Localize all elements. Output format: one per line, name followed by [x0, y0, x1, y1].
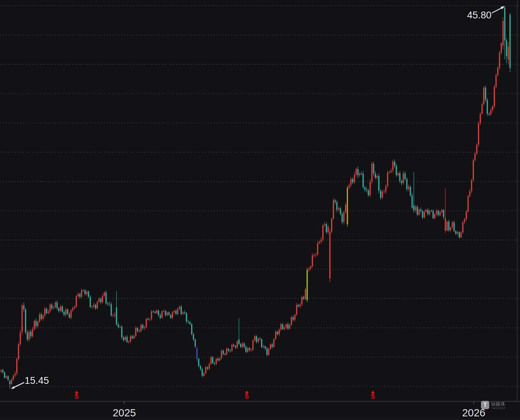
candle[interactable] — [333, 198, 334, 220]
candle-body — [324, 224, 325, 225]
candle-body — [210, 357, 211, 364]
candle[interactable] — [21, 304, 22, 335]
candle[interactable] — [18, 342, 19, 361]
candle-body — [56, 302, 57, 308]
candle[interactable] — [146, 318, 147, 328]
candle-body — [100, 299, 101, 302]
candle-body — [95, 305, 96, 308]
candle[interactable] — [111, 302, 112, 317]
candle-body — [433, 211, 434, 218]
candle[interactable] — [121, 325, 122, 339]
candle-body — [30, 332, 31, 337]
candle-body — [460, 232, 461, 237]
candle-body — [18, 344, 19, 359]
candle[interactable] — [499, 51, 500, 70]
candle[interactable] — [252, 340, 253, 351]
candle[interactable] — [387, 170, 388, 188]
candle[interactable] — [34, 320, 35, 331]
candle[interactable] — [231, 344, 232, 352]
candle-body — [55, 302, 56, 307]
candle[interactable] — [306, 268, 308, 303]
candle-body — [154, 312, 155, 313]
candlestick-chart: 45.80 15.45 2025 2026 SSS T 钛媒体 TMTPOST — [0, 0, 520, 420]
candle[interactable] — [347, 186, 348, 227]
candle[interactable] — [485, 86, 486, 102]
candle-body — [462, 222, 463, 233]
candle-body — [41, 314, 42, 319]
candle-body — [489, 114, 490, 115]
candle[interactable] — [468, 195, 469, 213]
candle-body — [20, 332, 21, 344]
candle[interactable] — [362, 171, 364, 189]
candle[interactable] — [478, 121, 479, 147]
candle-body — [74, 307, 75, 308]
candle[interactable] — [16, 357, 17, 376]
candle[interactable] — [483, 86, 484, 106]
candle[interactable] — [410, 185, 411, 197]
candle[interactable] — [494, 85, 495, 109]
candle[interactable] — [141, 324, 142, 332]
candle-body — [336, 202, 338, 210]
candle[interactable] — [510, 13, 511, 72]
candle[interactable] — [305, 288, 306, 300]
candle[interactable] — [312, 253, 313, 267]
candle-body — [490, 110, 491, 115]
candle-body — [352, 179, 353, 183]
candle[interactable] — [273, 338, 274, 348]
candle-body — [258, 339, 259, 342]
candle[interactable] — [329, 229, 330, 282]
candle-body — [141, 325, 142, 331]
candle[interactable] — [162, 310, 163, 319]
candle-body — [152, 312, 154, 312]
candle-body — [132, 336, 133, 338]
candle[interactable] — [487, 98, 488, 116]
candle[interactable] — [317, 241, 318, 256]
candle[interactable] — [76, 295, 77, 308]
candle[interactable] — [331, 218, 332, 234]
candle-body — [93, 305, 94, 307]
x-axis-label-2025[interactable]: 2025 — [113, 407, 136, 419]
candle[interactable] — [370, 179, 371, 197]
candle[interactable] — [495, 73, 497, 88]
candle[interactable] — [502, 17, 503, 50]
candle-body — [77, 294, 78, 296]
candle[interactable] — [55, 301, 56, 308]
candle[interactable] — [25, 308, 26, 334]
candle[interactable] — [198, 358, 199, 367]
candle-body — [263, 346, 264, 347]
candle-body — [216, 359, 217, 364]
candle-body — [366, 189, 367, 190]
candle[interactable] — [4, 371, 5, 378]
candle-body — [179, 307, 180, 309]
candle-body — [79, 294, 80, 297]
high-price-label: 45.80 — [467, 10, 491, 21]
candle[interactable] — [447, 220, 448, 232]
candle-body — [193, 334, 194, 339]
candle[interactable] — [476, 143, 477, 155]
candle[interactable] — [90, 295, 91, 308]
candle[interactable] — [106, 290, 107, 305]
candle-body — [186, 313, 187, 321]
candle-body — [404, 173, 405, 179]
candle[interactable] — [378, 173, 379, 194]
candle-body — [322, 226, 323, 240]
candle[interactable] — [210, 356, 211, 365]
candle-body — [308, 269, 309, 270]
candle-body — [406, 179, 407, 189]
candle[interactable] — [195, 339, 196, 348]
candle[interactable] — [454, 221, 455, 232]
candle[interactable] — [322, 224, 323, 242]
candle-body — [214, 363, 215, 364]
candle-body — [76, 296, 77, 307]
candle[interactable] — [473, 158, 474, 182]
candle-body — [235, 346, 236, 348]
candle-body — [163, 311, 164, 312]
candle[interactable] — [191, 323, 192, 336]
event-marker-glyph: S — [74, 393, 78, 400]
candle-body — [476, 145, 477, 154]
candle-body — [39, 314, 40, 322]
candle[interactable] — [371, 162, 372, 185]
candle-body — [392, 162, 394, 171]
candle[interactable] — [261, 338, 262, 348]
candle[interactable] — [462, 221, 463, 234]
